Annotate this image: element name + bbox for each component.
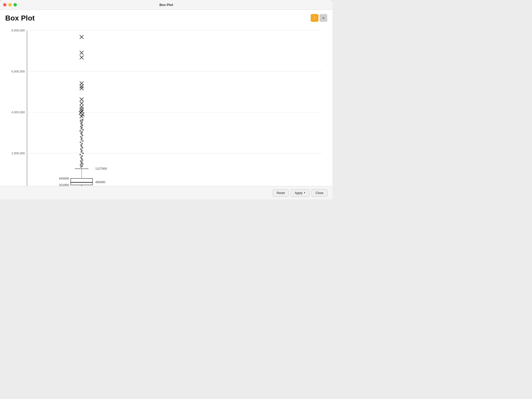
svg-point-34 [81, 146, 82, 147]
svg-text:645000: 645000 [59, 177, 69, 180]
svg-text:321950: 321950 [59, 183, 69, 186]
svg-point-45 [82, 131, 83, 132]
svg-point-36 [82, 143, 83, 144]
svg-text:2,000,000: 2,000,000 [11, 152, 25, 155]
minimize-button[interactable] [8, 3, 12, 6]
svg-point-26 [81, 157, 82, 158]
svg-point-24 [82, 159, 83, 161]
svg-rect-15 [71, 178, 92, 185]
svg-point-25 [81, 158, 82, 159]
svg-text:1127500: 1127500 [95, 167, 107, 170]
svg-point-42 [82, 135, 83, 136]
svg-text:8,000,000: 8,000,000 [11, 29, 25, 32]
content-area: Box Plot ! ≡ 8,000,000 6,000,000 [0, 10, 332, 186]
svg-point-53 [81, 123, 82, 124]
chart-container: 8,000,000 6,000,000 4,000,000 2,000,000 … [5, 24, 327, 186]
svg-point-40 [81, 138, 82, 139]
reset-button[interactable]: Reset [273, 189, 289, 197]
svg-point-41 [80, 136, 81, 137]
svg-point-18 [82, 165, 83, 167]
svg-point-27 [82, 155, 83, 156]
menu-button[interactable]: ≡ [320, 14, 327, 22]
svg-text:6,000,000: 6,000,000 [11, 70, 25, 73]
chart-header: Box Plot ! ≡ [5, 14, 327, 22]
window-title: Box Plot [159, 3, 173, 7]
chart-title: Box Plot [5, 14, 35, 22]
svg-point-38 [82, 141, 83, 142]
svg-point-46 [80, 130, 81, 131]
svg-point-50 [80, 126, 81, 127]
svg-point-35 [81, 144, 82, 145]
svg-point-44 [81, 132, 82, 134]
svg-point-23 [80, 161, 81, 162]
apply-button[interactable]: Apply ▼ [291, 189, 309, 197]
close-button[interactable]: Close [311, 189, 327, 197]
svg-point-28 [80, 154, 81, 155]
svg-point-17 [81, 166, 82, 167]
svg-point-54 [82, 122, 83, 123]
maximize-button[interactable] [14, 3, 17, 6]
svg-point-31 [81, 150, 82, 151]
chart-svg: 8,000,000 6,000,000 4,000,000 2,000,000 … [5, 24, 327, 186]
toolbar-icons: ! ≡ [311, 14, 327, 22]
traffic-lights [3, 3, 17, 6]
titlebar: Box Plot [0, 0, 332, 10]
svg-point-22 [81, 162, 82, 163]
svg-point-30 [81, 151, 82, 152]
svg-point-33 [82, 147, 83, 148]
svg-point-37 [80, 142, 81, 143]
footer-bar: Reset Apply ▼ Close [0, 186, 332, 200]
svg-point-51 [82, 125, 83, 126]
svg-point-19 [80, 164, 81, 165]
svg-point-39 [81, 139, 82, 140]
svg-point-55 [80, 121, 81, 122]
apply-chevron-icon: ▼ [303, 192, 305, 194]
svg-point-20 [82, 164, 83, 165]
svg-text:4,000,000: 4,000,000 [11, 111, 25, 114]
svg-text:450000: 450000 [95, 181, 105, 184]
close-button[interactable] [3, 3, 6, 6]
svg-point-47 [82, 129, 83, 130]
svg-point-49 [81, 127, 82, 128]
main-window: Box Plot Box Plot ! ≡ 8,000,000 [0, 0, 332, 200]
svg-point-32 [80, 149, 81, 150]
warning-button[interactable]: ! [311, 14, 318, 22]
